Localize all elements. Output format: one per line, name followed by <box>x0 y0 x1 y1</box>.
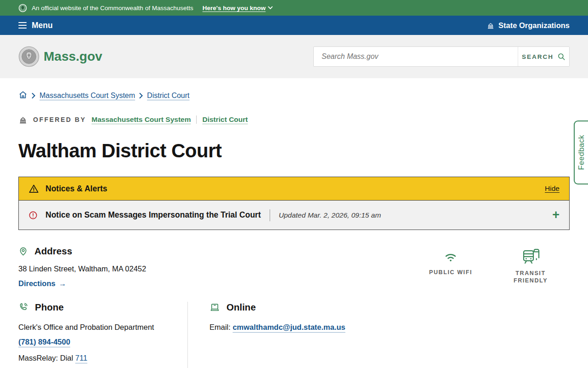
notice-updated-timestamp: Updated Mar. 2, 2026, 09:15 am <box>279 211 381 219</box>
state-organizations-button[interactable]: State Organizations <box>486 21 570 30</box>
online-heading: Online <box>226 302 256 313</box>
address-text: 38 Linden Street, Waltham, MA 02452 <box>18 264 146 273</box>
massgov-logo[interactable]: Mass.gov <box>18 46 102 67</box>
notices-alerts-title: Notices & Alerts <box>45 184 107 194</box>
breadcrumb: Massachusetts Court System District Cour… <box>0 78 588 101</box>
state-seal-icon <box>18 4 27 12</box>
offered-by-court-system-link[interactable]: Massachusetts Court System <box>91 115 191 124</box>
massrelay-label: MassRelay: Dial <box>18 354 75 362</box>
notices-alerts-box: Notices & Alerts Hide Notice on Scam Mes… <box>18 177 570 230</box>
public-wifi-amenity: PUBLIC WIFI <box>425 247 476 288</box>
expand-notice-button[interactable]: + <box>552 209 560 221</box>
chevron-down-icon <box>268 6 273 10</box>
alert-circle-icon <box>28 211 38 220</box>
notices-alerts-header: Notices & Alerts Hide <box>19 177 569 200</box>
search-button[interactable]: SEARCH <box>518 47 569 66</box>
address-heading: Address <box>34 246 72 257</box>
address-block: Address 38 Linden Street, Waltham, MA 02… <box>18 246 146 288</box>
search-icon <box>557 52 565 61</box>
feedback-tab[interactable]: Feedback <box>574 121 588 184</box>
email-label: Email: <box>209 323 232 331</box>
page-title: Waltham District Court <box>18 140 570 162</box>
capitol-icon <box>18 115 28 124</box>
official-banner: An official website of the Commonwealth … <box>0 0 588 16</box>
laptop-icon <box>209 302 220 313</box>
hamburger-icon <box>18 22 27 29</box>
location-row: Address 38 Linden Street, Waltham, MA 02… <box>18 246 570 288</box>
offered-by-label: OFFERED BY <box>33 116 86 123</box>
home-icon <box>18 90 28 99</box>
email-line: Email: cmwalthamdc@jud.state.ma.us <box>209 323 588 332</box>
amenities: PUBLIC WIFI TRANSIT FRIENDLY <box>425 247 570 288</box>
phone-number-link[interactable]: (781) 894-4500 <box>18 338 70 346</box>
phone-department: Clerk's Office and Probation Department <box>18 323 187 332</box>
massrelay-711-link[interactable]: 711 <box>75 354 87 362</box>
public-wifi-label: PUBLIC WIFI <box>429 269 472 276</box>
chevron-right-icon <box>32 93 35 98</box>
menu-button[interactable]: Menu <box>18 21 53 30</box>
phone-block: Phone Clerk's Office and Probation Depar… <box>18 302 187 368</box>
heres-how-you-know-button[interactable]: Here's how you know <box>203 5 273 12</box>
phone-icon <box>18 302 28 312</box>
offered-by-district-court-link[interactable]: District Court <box>202 115 248 124</box>
massgov-logo-text: Mass.gov <box>44 49 102 64</box>
notice-row[interactable]: Notice on Scam Messages Impersonating th… <box>19 200 569 230</box>
capitol-icon <box>486 21 495 29</box>
phone-heading: Phone <box>35 302 64 313</box>
official-banner-text: An official website of the Commonwealth … <box>32 5 193 12</box>
email-link[interactable]: cmwalthamdc@jud.state.ma.us <box>232 323 345 331</box>
divider <box>270 209 270 221</box>
massgov-seal-icon <box>18 46 40 67</box>
directions-link[interactable]: Directions → <box>18 279 66 288</box>
warning-triangle-icon <box>28 184 39 194</box>
breadcrumb-home-link[interactable] <box>18 90 28 101</box>
online-block: Online Email: cmwalthamdc@jud.state.ma.u… <box>187 302 588 368</box>
chevron-right-icon <box>139 93 143 98</box>
transit-icon <box>521 247 540 266</box>
transit-friendly-label: TRANSIT FRIENDLY <box>510 270 551 284</box>
search-input[interactable] <box>314 47 518 66</box>
arrow-right-icon: → <box>59 279 67 288</box>
hide-alerts-link[interactable]: Hide <box>545 184 560 193</box>
breadcrumb-court-system-link[interactable]: Massachusetts Court System <box>40 92 135 100</box>
feedback-tab-label: Feedback <box>577 135 586 170</box>
site-header: Mass.gov SEARCH <box>0 35 588 78</box>
notice-title: Notice on Scam Messages Impersonating th… <box>45 210 261 220</box>
offered-by-row: OFFERED BY Massachusetts Court System Di… <box>0 101 588 124</box>
massrelay-line: MassRelay: Dial 711 <box>18 354 187 362</box>
breadcrumb-district-court-link[interactable]: District Court <box>147 92 189 100</box>
map-pin-icon <box>18 247 28 256</box>
contact-row: Phone Clerk's Office and Probation Depar… <box>18 302 588 368</box>
wifi-icon <box>441 247 460 265</box>
transit-friendly-amenity: TRANSIT FRIENDLY <box>505 247 556 288</box>
divider <box>196 115 197 124</box>
search-bar: SEARCH <box>313 46 570 67</box>
main-navbar: Menu State Organizations <box>0 16 588 35</box>
